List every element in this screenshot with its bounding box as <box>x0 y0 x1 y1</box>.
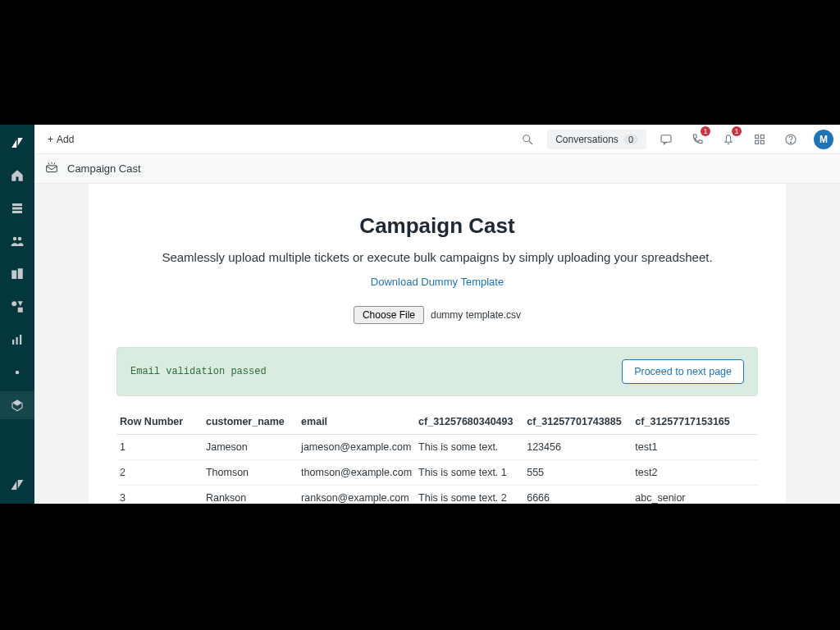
content-scroll[interactable]: Campaign Cast Seamlessly upload multiple… <box>34 184 840 504</box>
svg-rect-8 <box>18 308 23 313</box>
validation-status-text: Email validation passed <box>130 366 267 377</box>
home-icon[interactable] <box>10 168 25 183</box>
views-icon[interactable] <box>10 201 25 216</box>
table-cell: 555 <box>523 460 632 486</box>
brand-logo-icon[interactable] <box>10 135 25 150</box>
chat-icon[interactable] <box>655 128 678 151</box>
svg-point-4 <box>18 237 22 241</box>
svg-rect-20 <box>760 140 764 144</box>
table-cell: jameson@example.com <box>298 435 415 460</box>
svg-point-7 <box>11 301 16 306</box>
file-upload-row: Choose File dummy template.csv <box>116 306 758 324</box>
avatar-initial: M <box>819 134 828 145</box>
svg-rect-0 <box>12 203 22 206</box>
svg-rect-1 <box>12 208 22 210</box>
phone-badge: 1 <box>701 126 710 136</box>
left-rail <box>0 125 34 504</box>
app-frame: + Add Conversations 0 1 <box>0 125 840 504</box>
selected-file-name: dummy template.csv <box>431 309 521 321</box>
plus-icon: + <box>48 134 53 145</box>
content-card: Campaign Cast Seamlessly upload multiple… <box>89 184 786 504</box>
table-cell: test2 <box>632 460 758 486</box>
svg-rect-2 <box>12 211 22 213</box>
bell-icon[interactable]: 1 <box>717 128 740 151</box>
table-cell: thomson@example.com <box>298 460 415 486</box>
analytics-icon[interactable] <box>10 332 25 347</box>
validation-status-bar: Email validation passed Proceed to next … <box>116 347 758 396</box>
svg-rect-15 <box>661 135 671 142</box>
table-cell: This is some text. 2 <box>415 486 523 504</box>
table-cell: 1 <box>116 435 203 460</box>
proceed-button[interactable]: Proceed to next page <box>622 359 744 384</box>
table-cell: Rankson <box>203 486 298 504</box>
organizations-icon[interactable] <box>10 267 25 281</box>
table-cell: Jameson <box>203 435 298 460</box>
svg-rect-23 <box>47 165 57 171</box>
add-button[interactable]: + Add <box>41 130 80 148</box>
search-icon[interactable] <box>516 128 539 151</box>
table-row: 3Ranksonrankson@example.comThis is some … <box>116 486 758 504</box>
conversations-label: Conversations <box>555 134 619 145</box>
bell-badge: 1 <box>732 126 742 136</box>
svg-rect-18 <box>760 135 764 138</box>
table-header: Row Number <box>116 411 203 435</box>
page-title: Campaign Cast <box>116 213 758 239</box>
table-row: 2Thomsonthomson@example.comThis is some … <box>116 460 758 486</box>
zendesk-logo-icon[interactable] <box>10 477 25 492</box>
table-cell: This is some text. 1 <box>415 460 523 486</box>
main-area: + Add Conversations 0 1 <box>34 125 840 504</box>
customers-icon[interactable] <box>10 234 25 249</box>
svg-line-14 <box>529 141 532 144</box>
page-description: Seamlessly upload multiple tickets or ex… <box>116 250 758 264</box>
phone-icon[interactable]: 1 <box>686 128 709 151</box>
mail-burst-icon <box>44 162 59 176</box>
table-cell: This is some text. <box>415 435 523 460</box>
avatar[interactable]: M <box>814 130 833 149</box>
campaign-cast-nav-icon[interactable] <box>10 398 25 413</box>
subbar-title: Campaign Cast <box>67 162 141 175</box>
choose-file-button[interactable]: Choose File <box>354 306 424 324</box>
table-cell: test1 <box>632 435 758 460</box>
svg-rect-9 <box>12 340 14 345</box>
svg-point-3 <box>13 237 17 241</box>
table-cell: 2 <box>116 460 203 486</box>
download-template-link[interactable]: Download Dummy Template <box>116 276 758 288</box>
add-label: Add <box>57 134 74 145</box>
subbar: Campaign Cast <box>34 154 840 184</box>
svg-rect-6 <box>18 268 23 279</box>
topbar: + Add Conversations 0 1 <box>34 125 840 154</box>
conversations-count: 0 <box>623 135 638 144</box>
data-table: Row Numbercustomer_nameemailcf_312576803… <box>116 411 758 504</box>
svg-point-13 <box>523 135 530 141</box>
table-row: 1Jamesonjameson@example.comThis is some … <box>116 435 758 460</box>
svg-rect-10 <box>16 337 18 345</box>
admin-gear-icon[interactable] <box>10 365 25 380</box>
help-icon[interactable] <box>779 128 802 151</box>
table-header: customer_name <box>203 411 298 435</box>
apps-icon[interactable] <box>748 128 771 151</box>
svg-point-12 <box>16 371 20 375</box>
conversations-button[interactable]: Conversations 0 <box>547 130 646 149</box>
table-header: email <box>298 411 415 435</box>
table-cell: abc_senior <box>632 486 758 504</box>
reporting-shapes-icon[interactable] <box>10 299 25 314</box>
table-header: cf_31257680340493 <box>415 411 523 435</box>
svg-rect-11 <box>20 335 21 345</box>
svg-rect-17 <box>756 135 759 138</box>
table-cell: Thomson <box>203 460 298 486</box>
table-header: cf_31257701743885 <box>523 411 632 435</box>
svg-rect-5 <box>11 271 16 280</box>
table-cell: 3 <box>116 486 203 504</box>
svg-rect-19 <box>756 140 759 144</box>
table-cell: 123456 <box>523 435 632 460</box>
table-header: cf_31257717153165 <box>632 411 758 435</box>
svg-point-22 <box>790 142 791 143</box>
table-cell: 6666 <box>523 486 632 504</box>
table-cell: rankson@example.com <box>298 486 415 504</box>
